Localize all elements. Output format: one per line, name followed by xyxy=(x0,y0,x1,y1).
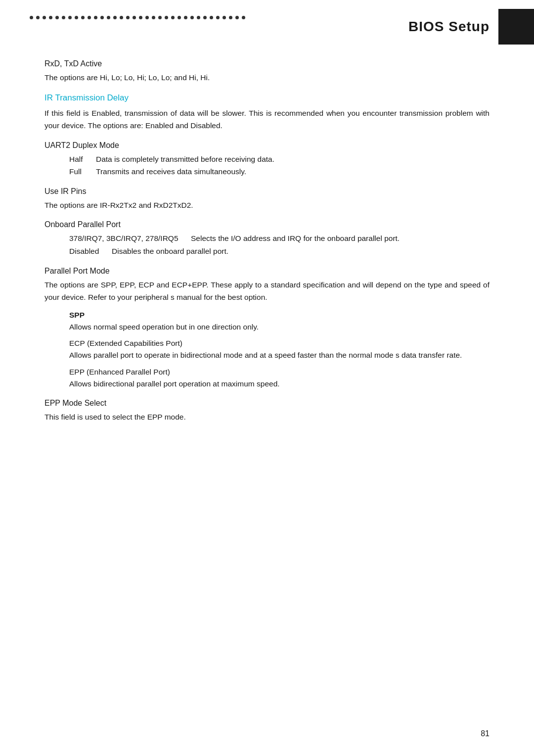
rxd-txd-options: The options are Hi, Lo; Lo, Hi; Lo, Lo; … xyxy=(44,71,490,84)
uart2-duplex-items: Half Data is completely transmitted befo… xyxy=(44,153,490,178)
use-ir-pins-options: The options are IR-Rx2Tx2 and RxD2TxD2. xyxy=(44,199,490,212)
dot xyxy=(229,16,232,19)
dot xyxy=(197,16,200,19)
spp-desc: Allows normal speed operation but in one… xyxy=(44,321,490,333)
dot xyxy=(139,16,142,19)
header-black-box xyxy=(498,9,534,45)
dot xyxy=(36,16,40,19)
uart2-half-desc: Data is completely transmitted before re… xyxy=(96,153,490,166)
dot xyxy=(158,16,162,19)
dot xyxy=(88,16,91,19)
ecp-desc: Allows parallel port to operate in bidir… xyxy=(44,349,490,362)
dot xyxy=(55,16,59,19)
dot xyxy=(30,16,33,19)
dot xyxy=(171,16,175,19)
dot xyxy=(49,16,52,19)
rxd-txd-label: RxD, TxD Active xyxy=(44,59,490,68)
dot xyxy=(184,16,187,19)
header-title: BIOS Setup xyxy=(408,19,494,35)
uart2-duplex-section: UART2 Duplex Mode Half Data is completel… xyxy=(44,141,490,178)
epp-mode-select-section: EPP Mode Select This field is used to se… xyxy=(44,399,490,424)
use-ir-pins-section: Use IR Pins The options are IR-Rx2Tx2 an… xyxy=(44,187,490,212)
dot xyxy=(107,16,110,19)
ir-transmission-heading: IR Transmission Delay xyxy=(44,93,490,103)
onboard-parallel-section: Onboard Parallel Port 378/IRQ7, 3BC/IRQ7… xyxy=(44,220,490,257)
page-number: 81 xyxy=(481,729,490,738)
ecp-label: ECP (Extended Capabilities Port) xyxy=(44,339,490,348)
epp-mode-select-body: This field is used to select the EPP mod… xyxy=(44,411,490,424)
onboard-378-term: 378/IRQ7, 3BC/IRQ7, 278/IRQ5 xyxy=(69,232,183,245)
onboard-disabled-term: Disabled xyxy=(69,245,104,258)
header-right: BIOS Setup xyxy=(408,9,534,45)
dot xyxy=(133,16,136,19)
page-header: BIOS Setup xyxy=(0,0,534,49)
dot xyxy=(62,16,65,19)
dot xyxy=(152,16,155,19)
dot xyxy=(178,16,181,19)
onboard-parallel-items: 378/IRQ7, 3BC/IRQ7, 278/IRQ5 Selects the… xyxy=(44,232,490,257)
onboard-parallel-label: Onboard Parallel Port xyxy=(44,220,490,229)
rxd-txd-section: RxD, TxD Active The options are Hi, Lo; … xyxy=(44,59,490,84)
dot xyxy=(81,16,85,19)
parallel-port-mode-label: Parallel Port Mode xyxy=(44,267,490,276)
dot xyxy=(210,16,213,19)
onboard-378-row: 378/IRQ7, 3BC/IRQ7, 278/IRQ5 Selects the… xyxy=(69,232,490,245)
dot xyxy=(190,16,194,19)
uart2-full-term: Full xyxy=(69,165,88,178)
ir-transmission-body: If this field is Enabled, transmission o… xyxy=(44,107,490,132)
dot xyxy=(165,16,168,19)
dot xyxy=(235,16,239,19)
onboard-disabled-row: Disabled Disables the onboard parallel p… xyxy=(69,245,490,258)
dot xyxy=(120,16,123,19)
epp-label: EPP (Enhanced Parallel Port) xyxy=(44,368,490,377)
uart2-duplex-label: UART2 Duplex Mode xyxy=(44,141,490,150)
uart2-half-row: Half Data is completely transmitted befo… xyxy=(69,153,490,166)
parallel-port-mode-section: Parallel Port Mode The options are SPP, … xyxy=(44,267,490,390)
header-dots-decoration xyxy=(30,16,245,19)
page-container: BIOS Setup RxD, TxD Active The options a… xyxy=(0,0,534,756)
dot xyxy=(94,16,97,19)
onboard-378-desc: Selects the I/O address and IRQ for the … xyxy=(191,232,490,245)
dot xyxy=(126,16,130,19)
uart2-full-desc: Transmits and receives data simultaneous… xyxy=(96,165,490,178)
use-ir-pins-label: Use IR Pins xyxy=(44,187,490,196)
dot xyxy=(242,16,245,19)
dot xyxy=(216,16,220,19)
ir-transmission-section: IR Transmission Delay If this field is E… xyxy=(44,93,490,132)
epp-desc: Allows bidirectional parallel port opera… xyxy=(44,378,490,390)
dot xyxy=(75,16,78,19)
dot xyxy=(68,16,72,19)
page-content: RxD, TxD Active The options are Hi, Lo; … xyxy=(0,54,534,462)
uart2-full-row: Full Transmits and receives data simulta… xyxy=(69,165,490,178)
spp-label: SPP xyxy=(44,311,490,320)
parallel-port-mode-body: The options are SPP, EPP, ECP and ECP+EP… xyxy=(44,279,490,304)
uart2-half-term: Half xyxy=(69,153,88,166)
onboard-disabled-desc: Disables the onboard parallel port. xyxy=(112,245,490,258)
dot xyxy=(222,16,226,19)
dot xyxy=(203,16,207,19)
epp-mode-select-label: EPP Mode Select xyxy=(44,399,490,408)
dot xyxy=(100,16,104,19)
dot xyxy=(43,16,46,19)
dot-row xyxy=(30,16,245,19)
dot xyxy=(145,16,149,19)
dot xyxy=(113,16,117,19)
